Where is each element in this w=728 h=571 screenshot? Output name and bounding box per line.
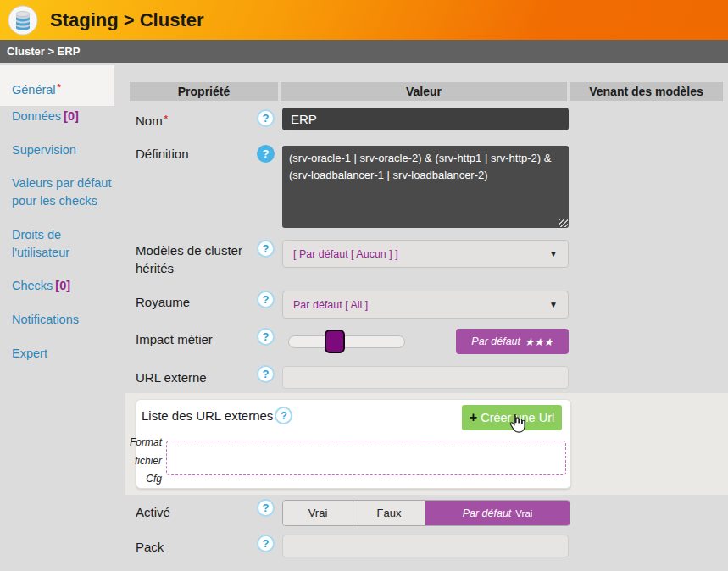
help-icon[interactable]: ?: [257, 535, 275, 552]
active-false-button[interactable]: Faux: [353, 501, 425, 525]
help-icon[interactable]: ?: [257, 240, 275, 258]
item-count-badge: [0]: [55, 279, 70, 292]
breadcrumb-text: Cluster > ERP: [7, 45, 80, 58]
definition-textarea[interactable]: (srv-oracle-1 | srv-oracle-2) & (srv-htt…: [282, 146, 569, 228]
breadcrumb: Cluster > ERP: [0, 40, 728, 63]
help-icon[interactable]: ?: [257, 291, 275, 308]
pack-label: Pack: [136, 538, 263, 556]
royaume-select[interactable]: Par défaut [ All ] ▼: [282, 291, 569, 319]
active-toggle-group: Vrai Faux Par défaut Vrai: [282, 500, 570, 526]
sidebar-item-general[interactable]: Général*: [0, 65, 114, 106]
sidebar-item-valeurs-par-defaut[interactable]: Valeurs par défaut pour les checks: [12, 175, 117, 210]
impact-slider[interactable]: [288, 335, 405, 348]
active-true-button[interactable]: Vrai: [283, 501, 353, 525]
page: Staging > Cluster Cluster > ERP Général*…: [0, 0, 728, 571]
sidebar-item-droits-utilisateur[interactable]: Droits de l'utilisateur: [12, 226, 117, 262]
pack-input[interactable]: [282, 535, 569, 557]
sidebar-item-label: Supervision: [12, 143, 76, 157]
item-count-badge: [0]: [64, 109, 79, 123]
nom-input[interactable]: [282, 108, 569, 130]
help-icon[interactable]: ?: [257, 365, 275, 383]
impact-slider-handle[interactable]: [325, 330, 345, 353]
modeles-herites-select[interactable]: [ Par défaut [ Aucun ] ] ▼: [282, 240, 569, 268]
help-icon[interactable]: ?: [257, 328, 275, 346]
help-icon[interactable]: ?: [257, 145, 275, 163]
required-asterisk: *: [164, 114, 168, 124]
required-asterisk: *: [58, 82, 61, 92]
help-icon[interactable]: ?: [257, 109, 275, 127]
sidebar-item-label: Général: [12, 83, 56, 97]
external-urls-header: Liste des URL externes ?: [142, 407, 292, 424]
chevron-down-icon: ▼: [549, 300, 558, 309]
column-header-propriete: Propriété: [130, 82, 278, 101]
page-title: Staging > Cluster: [50, 9, 204, 31]
create-url-button[interactable]: + Créer une Url: [462, 405, 562, 430]
liste-urls-label: Liste des URL externes: [142, 408, 273, 423]
sidebar-item-donnees[interactable]: Données[0]: [12, 108, 117, 125]
chevron-down-icon: ▼: [549, 249, 558, 258]
sidebar-item-label: Notifications: [12, 313, 79, 326]
sidebar-item-label: Checks: [12, 279, 53, 292]
url-externe-input[interactable]: [282, 366, 569, 389]
sidebar-item-label: Valeurs par défaut pour les checks: [12, 176, 111, 208]
help-icon[interactable]: ?: [257, 499, 275, 517]
sidebar-item-expert[interactable]: Expert: [12, 345, 117, 363]
sidebar-item-checks[interactable]: Checks[0]: [12, 277, 117, 295]
definition-label: Définition: [136, 145, 263, 163]
sidebar-item-label: Données: [12, 109, 61, 123]
nom-label: Nom*: [136, 110, 263, 130]
column-header-venant-des-modeles: Venant des modèles: [570, 82, 723, 101]
active-label: Activé: [136, 503, 263, 521]
royaume-label: Royaume: [136, 293, 263, 311]
impact-metier-label: Impact métier: [136, 330, 263, 348]
app-header: Staging > Cluster: [0, 0, 728, 40]
sidebar-item-notifications[interactable]: Notifications: [12, 311, 117, 329]
format-fichier-cfg-label: Format fichier Cfg: [130, 434, 162, 489]
sidebar-item-label: Expert: [12, 346, 47, 360]
external-url-input[interactable]: [166, 441, 566, 475]
url-externe-label: URL externe: [136, 369, 263, 386]
resize-handle-icon[interactable]: [559, 219, 568, 227]
column-header-valeur: Valeur: [281, 82, 567, 101]
impact-default-button[interactable]: Par défaut ★★★: [456, 329, 569, 354]
selected-value: [ Par défaut [ Aucun ] ]: [293, 248, 549, 260]
database-icon: [8, 5, 38, 36]
help-icon[interactable]: ?: [275, 407, 292, 424]
sidebar-item-supervision[interactable]: Supervision: [12, 141, 117, 159]
stars-icon: ★★★: [525, 335, 553, 348]
active-default-button[interactable]: Par défaut Vrai: [425, 501, 570, 525]
modeles-herites-label: Modèles de cluster hérités: [136, 241, 263, 277]
selected-value: Par défaut [ All ]: [293, 299, 549, 311]
plus-icon: +: [470, 410, 477, 425]
sidebar-item-label: Droits de l'utilisateur: [12, 228, 69, 259]
